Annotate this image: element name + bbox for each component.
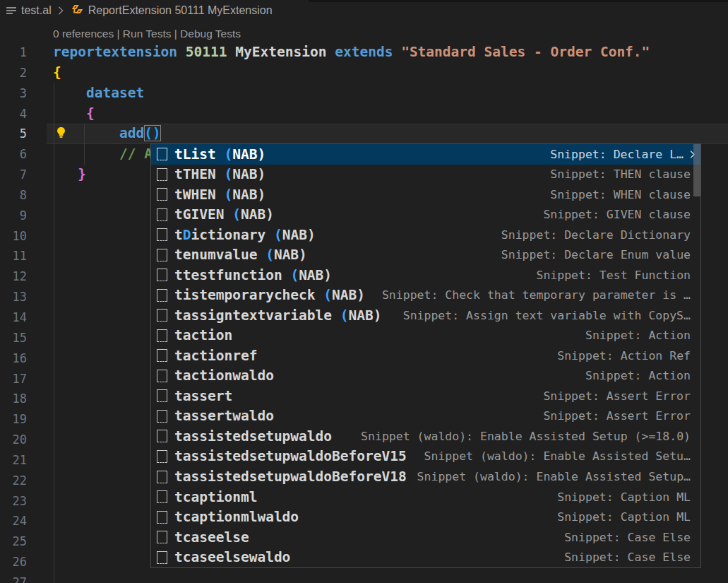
snippet-icon [157,471,167,483]
class-symbol-icon [70,4,84,18]
suggest-item-detail: Snippet: Test Function [536,269,691,282]
suggest-item-label: tTHEN (NAB) [174,166,265,182]
snippet-icon [157,450,167,463]
code-token [53,105,86,122]
line-number[interactable]: 19 [0,409,27,430]
line-number[interactable]: 23 [0,491,27,512]
line-number[interactable]: 21 [0,450,27,471]
suggest-item-label: tassistedsetupwaldoBeforeV15 [174,448,407,464]
line-number[interactable]: 5 [0,124,27,144]
line-number[interactable]: 12 [0,266,27,287]
snippet-icon [157,269,167,281]
line-number[interactable]: 7 [0,165,27,185]
suggest-item[interactable]: tenumvalue (NAB)Snippet: Declare Enum va… [151,245,700,266]
line-number[interactable]: 6 [0,144,27,165]
codelens-references[interactable]: 0 references [53,28,114,40]
line-number[interactable]: 1 [0,42,27,63]
chevron-right-icon [56,6,66,16]
line-number[interactable]: 24 [0,511,27,531]
snippet-icon [157,551,167,564]
line-number[interactable]: 14 [0,307,27,328]
breadcrumb-symbol[interactable]: ReportExtension 50111 MyExtension [88,4,273,17]
breadcrumb: test.al ReportExtension 50111 MyExtensio… [0,0,728,21]
line-number[interactable]: 11 [0,246,27,266]
line-number[interactable]: 16 [0,348,27,369]
code-token: extends [335,44,393,60]
suggest-item[interactable]: tTHEN (NAB)Snippet: THEN clause [151,165,700,185]
editor-gutter: 1234567891011121314151617181920212223242… [0,42,27,583]
suggest-item[interactable]: tcaseelseSnippet: Case Else [151,527,700,548]
codelens-run-tests[interactable]: Run Tests [123,28,172,40]
code-line[interactable]: dataset [53,83,650,104]
line-number[interactable]: 25 [0,531,27,552]
suggest-item[interactable]: tassertwaldoSnippet: Assert Error [151,406,700,427]
suggest-scrollbar[interactable] [693,144,700,196]
line-number[interactable]: 17 [0,369,27,389]
suggest-item[interactable]: tGIVEN (NAB)Snippet: GIVEN clause [151,205,700,225]
suggest-item-detail: Snippet: GIVEN clause [543,208,691,221]
line-number[interactable]: 8 [0,185,27,206]
suggest-item-detail: Snippet: Case Else [564,531,691,544]
suggest-item[interactable]: tcaptionmlSnippet: Caption ML [151,487,700,507]
code-token: } [78,166,86,182]
line-number[interactable]: 13 [0,287,27,307]
snippet-icon [157,309,167,322]
code-token: MyExtension [235,44,326,60]
line-number[interactable]: 20 [0,430,27,450]
code-line[interactable] [53,572,650,583]
code-token: { [53,64,61,81]
suggest-item[interactable]: tistemporarycheck (NAB)Snippet: Check th… [151,285,700,306]
suggest-item[interactable]: tactionrefSnippet: Action Ref [151,346,700,366]
suggest-item-detail: Snippet: Declare Enum value [501,248,691,261]
line-number[interactable]: 3 [0,83,27,104]
suggest-item[interactable]: ttestfunction (NAB)Snippet: Test Functio… [151,265,700,285]
line-number[interactable]: 15 [0,328,27,348]
suggest-item[interactable]: tWHEN (NAB)Snippet: WHEN clause [151,184,700,205]
suggest-item-detail: Snippet (waldo): Enable Assisted Setu… [424,449,691,463]
snippet-icon [157,329,167,342]
suggest-item-label: tcaptionmlwaldo [174,509,299,525]
suggest-item[interactable]: tactionwaldoSnippet: Action [151,366,700,387]
snippet-icon [157,168,167,181]
suggest-item[interactable]: tcaseelsewaldoSnippet: Case Else [151,547,700,567]
suggest-item-detail: Snippet: WHEN clause [550,188,691,201]
code-line[interactable]: { [53,63,650,83]
code-token [227,44,236,60]
suggest-item[interactable]: tList (NAB)Snippet: Declare L… [151,144,700,165]
suggest-item-detail: Snippet: Action Ref [557,349,691,363]
suggest-item[interactable]: tDictionary (NAB)Snippet: Declare Dictio… [151,225,700,245]
code-token: "Standard Sales - Order Conf." [401,44,650,60]
line-number[interactable]: 22 [0,471,27,491]
line-number[interactable]: 26 [0,552,27,572]
suggest-item[interactable]: tassistedsetupwaldoBeforeV18Snippet (wal… [151,466,700,487]
suggest-item[interactable]: tassistedsetupwaldoBeforeV15Snippet (wal… [151,447,700,467]
code-line[interactable]: add() [53,124,650,144]
codelens-debug-tests[interactable]: Debug Tests [180,28,241,40]
suggest-item[interactable]: tcaptionmlwaldoSnippet: Caption ML [151,507,700,527]
code-line[interactable]: { [53,104,650,124]
suggest-item[interactable]: tassistedsetupwaldoSnippet (waldo): Enab… [151,426,700,447]
line-number[interactable]: 2 [0,63,27,83]
code-token [53,146,119,162]
suggest-item-detail: Snippet: Assign text variable with CopyS… [403,309,691,322]
suggest-item-detail: Snippet: Declare Dictionary [501,228,691,242]
breadcrumb-file[interactable]: test.al [21,4,52,17]
line-number[interactable]: 4 [0,104,27,124]
suggest-item[interactable]: tassertSnippet: Assert Error [151,386,700,406]
suggest-item-label: tistemporarycheck (NAB) [174,287,365,303]
line-number[interactable]: 27 [0,572,27,583]
code-token: dataset [86,85,144,101]
suggest-item[interactable]: tactionSnippet: Action [151,326,700,346]
suggest-item[interactable]: tassigntextvariable (NAB)Snippet: Assign… [151,305,700,326]
suggest-widget: tList (NAB)Snippet: Declare L…tTHEN (NAB… [150,143,701,568]
suggest-item-detail: Snippet: Assert Error [543,389,691,403]
suggest-item-detail: Snippet: Caption ML [557,510,691,524]
line-number[interactable]: 18 [0,389,27,409]
snippet-icon [157,370,167,382]
line-number[interactable]: 10 [0,226,27,247]
line-number[interactable]: 9 [0,206,27,226]
code-line[interactable]: reportextension 50111 MyExtension extend… [53,42,650,63]
suggest-item-detail: Snippet: Caption ML [557,490,691,504]
suggest-item-detail: Snippet (waldo): Enable Assisted Setup… [417,470,691,483]
suggest-item-detail: Snippet (waldo): Enable Assisted Setup (… [361,430,691,443]
